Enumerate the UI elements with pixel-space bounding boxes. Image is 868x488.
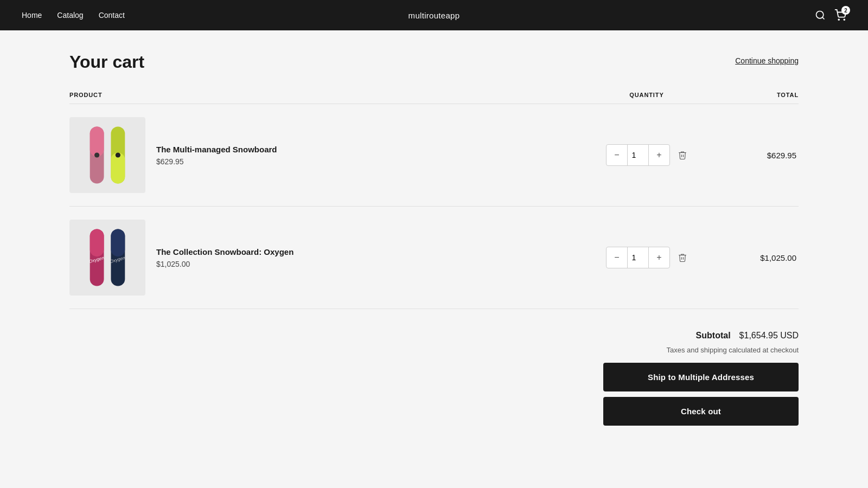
svg-line-1: [822, 17, 825, 20]
qty-increase-1[interactable]: +: [649, 247, 669, 268]
svg-rect-5: [90, 126, 104, 156]
svg-rect-14: [111, 229, 125, 256]
cart-table-headers: PRODUCT QUANTITY TOTAL: [69, 92, 799, 104]
item-total-1: $1,025.00: [701, 253, 799, 262]
qty-decrease-1[interactable]: −: [607, 247, 627, 268]
delete-item-1[interactable]: [678, 253, 687, 262]
item-name-1: The Collection Snowboard: Oxygen: [156, 247, 293, 256]
nav-actions: 2: [815, 9, 846, 21]
cart-footer: Subtotal $1,654.95 USD Taxes and shippin…: [69, 331, 799, 426]
header-total: TOTAL: [701, 92, 799, 98]
navbar: Home Catalog Contact multirouteapp 2: [0, 0, 868, 30]
qty-input-1[interactable]: [627, 247, 649, 268]
item-price-0: $629.95: [156, 157, 277, 166]
cart-item-1: Oxygen Oxygen The Collection Snowboard: …: [69, 207, 799, 309]
svg-point-3: [844, 19, 845, 20]
nav-catalog[interactable]: Catalog: [57, 11, 83, 20]
item-image-0: [69, 117, 145, 193]
header-quantity: QUANTITY: [592, 92, 701, 98]
subtotal-value: $1,654.95 USD: [739, 331, 799, 341]
qty-wrapper-0: − +: [606, 144, 670, 166]
brand-name: multirouteapp: [409, 11, 460, 20]
item-details-1: The Collection Snowboard: Oxygen $1,025.…: [156, 247, 293, 268]
item-image-1: Oxygen Oxygen: [69, 220, 145, 296]
cart-page: Your cart Continue shopping PRODUCT QUAN…: [43, 30, 825, 447]
page-title: Your cart: [69, 52, 144, 72]
item-details-0: The Multi-managed Snowboard $629.95: [156, 145, 277, 166]
action-buttons: Ship to Multiple Addresses Check out: [603, 363, 799, 426]
item-price-1: $1,025.00: [156, 260, 293, 268]
page-header: Your cart Continue shopping: [69, 52, 799, 72]
item-name-0: The Multi-managed Snowboard: [156, 145, 277, 154]
cart-item-0: The Multi-managed Snowboard $629.95 − + …: [69, 104, 799, 207]
nav-home[interactable]: Home: [22, 11, 42, 20]
continue-shopping-link[interactable]: Continue shopping: [735, 56, 799, 65]
subtotal-row: Subtotal $1,654.95 USD: [696, 331, 799, 341]
nav-links: Home Catalog Contact: [22, 11, 125, 20]
header-product: PRODUCT: [69, 92, 592, 98]
item-info-1: Oxygen Oxygen The Collection Snowboard: …: [69, 220, 592, 296]
svg-point-2: [838, 19, 839, 20]
svg-point-9: [116, 152, 120, 157]
qty-wrapper-1: − +: [606, 247, 670, 268]
svg-point-0: [816, 11, 824, 18]
cart-icon[interactable]: 2: [834, 9, 846, 21]
search-icon[interactable]: [815, 10, 826, 21]
svg-rect-11: [90, 229, 104, 256]
qty-decrease-0[interactable]: −: [607, 145, 627, 165]
qty-control-1: − +: [592, 247, 701, 268]
svg-point-6: [94, 152, 99, 157]
qty-increase-0[interactable]: +: [649, 145, 669, 165]
ship-multiple-button[interactable]: Ship to Multiple Addresses: [603, 363, 799, 391]
qty-input-0[interactable]: [627, 145, 649, 165]
cart-badge: 2: [841, 6, 850, 15]
nav-contact[interactable]: Contact: [99, 11, 125, 20]
checkout-button[interactable]: Check out: [603, 397, 799, 426]
item-total-0: $629.95: [701, 151, 799, 160]
delete-item-0[interactable]: [678, 150, 687, 160]
item-info-0: The Multi-managed Snowboard $629.95: [69, 117, 592, 193]
tax-note: Taxes and shipping calculated at checkou…: [666, 346, 799, 354]
qty-control-0: − +: [592, 144, 701, 166]
subtotal-label: Subtotal: [696, 331, 731, 341]
